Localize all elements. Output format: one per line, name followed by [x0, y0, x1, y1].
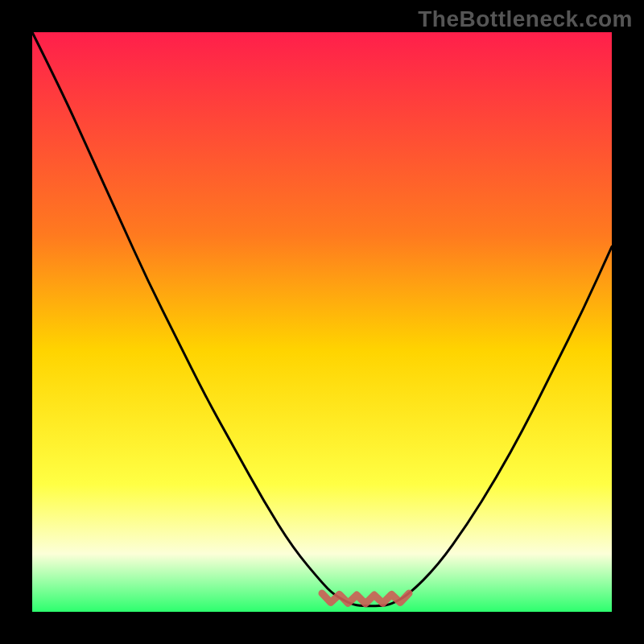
bottleneck-chart: [0, 0, 644, 644]
watermark-text: TheBottleneck.com: [418, 6, 633, 32]
plot-area: [32, 32, 612, 612]
chart-stage: TheBottleneck.com: [0, 0, 644, 644]
